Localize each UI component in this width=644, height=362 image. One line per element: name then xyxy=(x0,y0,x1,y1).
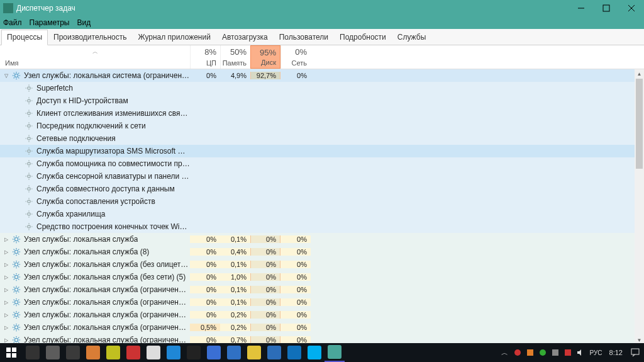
menu-view[interactable]: Вид xyxy=(77,18,91,27)
tab-processes[interactable]: Процессы xyxy=(1,30,48,45)
chevron-right-icon[interactable]: ▷ xyxy=(3,312,9,319)
tray-icon[interactable] xyxy=(524,343,536,362)
tab-users[interactable]: Пользователи xyxy=(274,30,334,45)
taskbar-app-icon[interactable] xyxy=(184,343,204,362)
process-name: Узел службы: локальная служба (ограничен… xyxy=(24,323,190,332)
tray-icon[interactable] xyxy=(511,343,524,362)
process-row[interactable]: Superfetch xyxy=(0,82,644,94)
taskbar-app-icon[interactable] xyxy=(204,343,224,362)
column-network[interactable]: 0% Сеть xyxy=(280,45,311,69)
taskbar-app-icon[interactable] xyxy=(143,343,164,362)
process-row[interactable]: Служба маршрутизатора SMS Microsoft Wind… xyxy=(0,145,644,157)
process-row[interactable]: ▽Узел службы: локальная система (огранич… xyxy=(0,69,644,82)
tabstrip: Процессы Производительность Журнал прило… xyxy=(0,29,644,45)
scrollbar-thumb[interactable] xyxy=(636,79,643,169)
tab-services[interactable]: Службы xyxy=(392,30,431,45)
process-row[interactable]: ▷Узел службы: локальная служба (без олиц… xyxy=(0,258,644,271)
taskbar-app-icon[interactable] xyxy=(164,343,184,362)
minimize-button[interactable] xyxy=(569,0,594,16)
window-title: Диспетчер задач xyxy=(16,4,75,13)
vertical-scrollbar[interactable]: ▲ ▼ xyxy=(635,69,644,345)
taskbar-app-icon[interactable] xyxy=(23,343,43,362)
process-row[interactable]: ▷Узел службы: локальная служба (ограниче… xyxy=(0,321,644,334)
taskbar-app-icon[interactable] xyxy=(123,343,143,362)
process-row[interactable]: Средство построения конечных точек Windo… xyxy=(0,220,644,233)
service-host-icon xyxy=(11,297,21,307)
taskbar-app-icon[interactable] xyxy=(244,343,264,362)
taskbar-app-icon[interactable] xyxy=(304,343,325,362)
process-row[interactable]: ▷Узел службы: локальная служба0%0,1%0%0% xyxy=(0,233,644,246)
menu-file[interactable]: Файл xyxy=(3,18,22,27)
process-row[interactable]: Служба помощника по совместимости програ… xyxy=(0,157,644,170)
chevron-right-icon[interactable]: ▷ xyxy=(3,261,9,268)
process-row[interactable]: Служба хранилища xyxy=(0,208,644,220)
tab-performance[interactable]: Производительность xyxy=(48,30,132,45)
svg-line-88 xyxy=(18,254,19,254)
taskbar-app-icon[interactable] xyxy=(264,343,284,362)
scroll-up-icon[interactable]: ▲ xyxy=(635,69,644,79)
process-list[interactable]: ▽Узел службы: локальная система (огранич… xyxy=(0,69,644,345)
tray-language[interactable]: РУС xyxy=(587,349,606,356)
tray-notifications-icon[interactable] xyxy=(626,348,644,357)
chevron-right-icon[interactable]: ▷ xyxy=(3,249,9,256)
process-row[interactable]: ▷Узел службы: локальная служба (ограниче… xyxy=(0,283,644,296)
taskbar-app-icon[interactable] xyxy=(63,343,83,362)
taskbar-app-icon[interactable] xyxy=(284,343,304,362)
close-button[interactable] xyxy=(619,0,644,16)
process-row[interactable]: Служба сенсорной клавиатуры и панели рук… xyxy=(0,170,644,183)
tab-startup[interactable]: Автозагрузка xyxy=(216,30,274,45)
svg-rect-170 xyxy=(552,349,558,356)
column-cpu[interactable]: 8% ЦП xyxy=(190,45,220,69)
chevron-right-icon[interactable]: ▷ xyxy=(3,299,9,306)
svg-point-18 xyxy=(28,99,30,102)
svg-point-169 xyxy=(540,349,546,356)
chevron-right-icon[interactable]: ▷ xyxy=(3,286,9,293)
chevron-down-icon[interactable]: ▽ xyxy=(3,72,9,79)
metric-cell: 0% xyxy=(250,286,280,293)
process-row[interactable]: ▷Узел службы: локальная служба (без сети… xyxy=(0,271,644,283)
process-row[interactable]: ▷Узел службы: локальная служба (ограниче… xyxy=(0,296,644,308)
tray-icon[interactable] xyxy=(536,343,549,362)
taskbar-app-icon[interactable] xyxy=(103,343,123,362)
menu-options[interactable]: Параметры xyxy=(30,18,70,27)
chevron-right-icon[interactable]: ▷ xyxy=(3,324,9,331)
svg-point-33 xyxy=(28,137,30,140)
svg-line-97 xyxy=(18,266,19,267)
service-icon xyxy=(24,184,34,194)
tray-icon[interactable] xyxy=(549,343,562,362)
process-row[interactable]: ▷Узел службы: локальная служба (ограниче… xyxy=(0,308,644,321)
process-row[interactable]: Служба сопоставления устройств xyxy=(0,195,644,208)
taskbar-app-icon[interactable] xyxy=(43,343,63,362)
column-memory[interactable]: 50% Память xyxy=(220,45,250,69)
process-row[interactable]: Сетевые подключения xyxy=(0,132,644,145)
process-row[interactable]: Посредник подключений к сети xyxy=(0,120,644,132)
process-row[interactable]: Клиент отслеживания изменившихся связей xyxy=(0,107,644,120)
tray-icon[interactable] xyxy=(562,343,574,362)
chevron-right-icon[interactable]: ▷ xyxy=(3,274,9,281)
column-name[interactable]: ︿ Имя xyxy=(0,45,190,69)
tab-details[interactable]: Подробности xyxy=(334,30,392,45)
process-name: Клиент отслеживания изменившихся связей xyxy=(36,109,190,118)
chevron-right-icon[interactable]: ▷ xyxy=(3,236,9,243)
svg-point-38 xyxy=(28,150,30,152)
taskbar: ︿ РУС 8:12 xyxy=(0,343,644,362)
svg-rect-165 xyxy=(6,353,11,358)
svg-line-144 xyxy=(18,325,19,325)
tray-volume-icon[interactable] xyxy=(574,343,587,362)
svg-line-81 xyxy=(18,237,19,237)
process-row[interactable]: Доступ к HID-устройствам xyxy=(0,94,644,107)
maximize-button[interactable] xyxy=(594,0,619,16)
svg-line-89 xyxy=(14,254,14,254)
app-icon xyxy=(3,3,13,13)
tray-chevron-icon[interactable]: ︿ xyxy=(499,343,511,362)
taskbar-app-icon[interactable] xyxy=(83,343,103,362)
process-row[interactable]: ▷Узел службы: локальная служба (8)0%0,4%… xyxy=(0,246,644,258)
chevron-right-icon[interactable]: ▷ xyxy=(3,337,9,344)
start-button[interactable] xyxy=(0,343,23,362)
tab-app-history[interactable]: Журнал приложений xyxy=(133,30,216,45)
process-row[interactable]: Служба совместного доступа к данным xyxy=(0,183,644,195)
taskbar-app-icon[interactable] xyxy=(224,343,244,362)
taskbar-app-icon[interactable] xyxy=(325,343,345,362)
tray-clock[interactable]: 8:12 xyxy=(606,349,626,356)
column-disk[interactable]: 95% Диск xyxy=(250,45,280,69)
